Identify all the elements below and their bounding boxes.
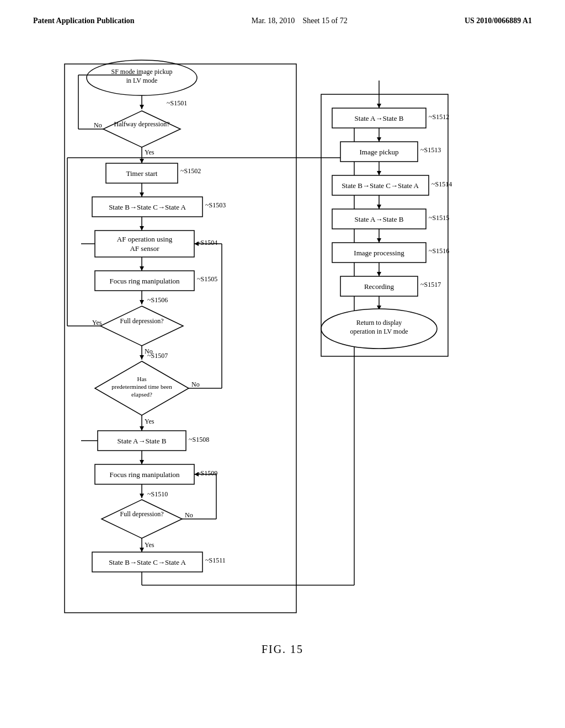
- svg-marker-11: [140, 159, 144, 163]
- svg-rect-91: [332, 108, 426, 128]
- svg-marker-6: [103, 111, 180, 147]
- svg-text:~S1503: ~S1503: [205, 201, 226, 209]
- header-right: US 2010/0066889 A1: [465, 17, 532, 25]
- svg-rect-96: [340, 142, 418, 162]
- svg-marker-95: [377, 137, 381, 142]
- svg-text:Halfway depression?: Halfway depression?: [114, 120, 170, 128]
- svg-text:State B→State C→State A: State B→State C→State A: [109, 203, 186, 211]
- flowchart-svg: SF mode image pickup in LV mode ~S1501 H…: [34, 47, 531, 627]
- svg-marker-90: [377, 104, 381, 108]
- svg-text:predetermined time been: predetermined time been: [111, 383, 172, 390]
- svg-marker-110: [377, 238, 381, 243]
- svg-marker-77: [194, 472, 199, 477]
- svg-text:Yes: Yes: [145, 541, 154, 549]
- svg-text:Yes: Yes: [145, 417, 154, 425]
- svg-rect-20: [92, 197, 202, 217]
- svg-marker-87: [352, 111, 356, 115]
- svg-text:AF operation using: AF operation using: [117, 235, 173, 243]
- svg-rect-106: [332, 209, 426, 229]
- svg-rect-111: [332, 243, 426, 263]
- svg-text:No: No: [191, 381, 200, 388]
- svg-text:~S1515: ~S1515: [429, 214, 449, 222]
- svg-text:in LV mode: in LV mode: [126, 77, 158, 84]
- svg-text:Full depression?: Full depression?: [120, 317, 164, 325]
- header-sheet: Sheet 15 of 72: [302, 17, 347, 25]
- svg-marker-47: [95, 361, 189, 415]
- svg-text:~S1502: ~S1502: [180, 167, 201, 175]
- svg-text:~S1507: ~S1507: [147, 352, 168, 360]
- svg-text:~S1516: ~S1516: [429, 247, 449, 255]
- svg-marker-80: [140, 548, 144, 552]
- svg-text:~S1506: ~S1506: [147, 296, 168, 304]
- svg-text:Yes: Yes: [145, 148, 154, 156]
- svg-text:~S1510: ~S1510: [147, 490, 168, 498]
- svg-rect-124: [65, 64, 296, 613]
- svg-text:Focus ring manipulation: Focus ring manipulation: [109, 470, 180, 479]
- svg-text:State B→State C→State A: State B→State C→State A: [342, 181, 419, 190]
- svg-text:Yes: Yes: [92, 319, 102, 326]
- diagram-wrapper: SF mode image pickup in LV mode ~S1501 H…: [34, 47, 531, 627]
- svg-text:~S1504: ~S1504: [197, 239, 217, 247]
- svg-text:~S1511: ~S1511: [205, 556, 226, 564]
- svg-text:~S1501: ~S1501: [167, 99, 187, 107]
- svg-marker-45: [140, 355, 144, 360]
- svg-marker-31: [140, 266, 144, 271]
- svg-text:operation in LV mode: operation in LV mode: [350, 328, 408, 335]
- svg-text:Image pickup: Image pickup: [359, 148, 398, 156]
- svg-rect-15: [106, 163, 178, 183]
- svg-marker-58: [140, 426, 144, 431]
- svg-marker-71: [102, 500, 182, 538]
- svg-text:Has: Has: [137, 376, 146, 382]
- svg-text:~S1514: ~S1514: [431, 180, 452, 188]
- svg-text:No: No: [145, 347, 153, 355]
- svg-rect-101: [332, 175, 429, 195]
- header: Patent Application Publication Mar. 18, …: [33, 17, 532, 25]
- svg-marker-55: [194, 242, 199, 246]
- svg-text:~S1505: ~S1505: [197, 275, 217, 283]
- svg-text:elapsed?: elapsed?: [131, 391, 152, 398]
- svg-text:AF sensor: AF sensor: [130, 244, 159, 253]
- svg-text:Focus ring manipulation: Focus ring manipulation: [109, 277, 180, 285]
- svg-rect-32: [95, 271, 194, 291]
- svg-rect-81: [92, 552, 202, 572]
- figure-label: FIG. 15: [33, 643, 532, 656]
- svg-text:~S1509: ~S1509: [197, 469, 217, 477]
- svg-marker-64: [140, 460, 144, 464]
- svg-point-0: [87, 60, 197, 95]
- svg-rect-25: [95, 231, 194, 257]
- svg-marker-69: [140, 494, 144, 498]
- svg-marker-4: [140, 105, 144, 109]
- svg-marker-38: [100, 306, 183, 346]
- svg-marker-100: [377, 171, 381, 175]
- svg-text:State A→State B: State A→State B: [118, 437, 167, 445]
- svg-text:~S1512: ~S1512: [429, 113, 449, 121]
- svg-text:~S1517: ~S1517: [420, 281, 441, 288]
- svg-text:No: No: [185, 511, 193, 519]
- svg-text:State A→State B: State A→State B: [355, 114, 404, 122]
- svg-marker-24: [140, 226, 144, 231]
- svg-marker-120: [377, 306, 381, 310]
- svg-rect-116: [340, 276, 418, 296]
- svg-marker-115: [377, 272, 381, 276]
- svg-marker-19: [140, 192, 144, 197]
- svg-marker-105: [377, 205, 381, 209]
- svg-text:SF mode image pickup: SF mode image pickup: [111, 68, 173, 76]
- svg-text:State B→State C→State A: State B→State C→State A: [109, 558, 186, 566]
- svg-text:~S1513: ~S1513: [420, 146, 441, 154]
- svg-text:Timer start: Timer start: [126, 169, 158, 178]
- svg-marker-36: [140, 300, 144, 304]
- svg-text:Image processing: Image processing: [354, 249, 404, 257]
- svg-point-121: [321, 309, 437, 349]
- svg-rect-59: [98, 431, 186, 451]
- svg-text:~S1508: ~S1508: [189, 436, 209, 443]
- header-left: Patent Application Publication: [33, 17, 135, 25]
- header-center: Mar. 18, 2010 Sheet 15 of 72: [252, 17, 348, 25]
- svg-rect-125: [321, 94, 448, 356]
- page: Patent Application Publication Mar. 18, …: [0, 0, 565, 728]
- svg-text:Full depression?: Full depression?: [120, 510, 164, 518]
- svg-text:State A→State B: State A→State B: [355, 215, 404, 223]
- svg-text:Return to display: Return to display: [356, 319, 402, 326]
- svg-text:No: No: [94, 121, 102, 129]
- svg-rect-65: [95, 464, 194, 484]
- header-date: Mar. 18, 2010: [252, 17, 295, 25]
